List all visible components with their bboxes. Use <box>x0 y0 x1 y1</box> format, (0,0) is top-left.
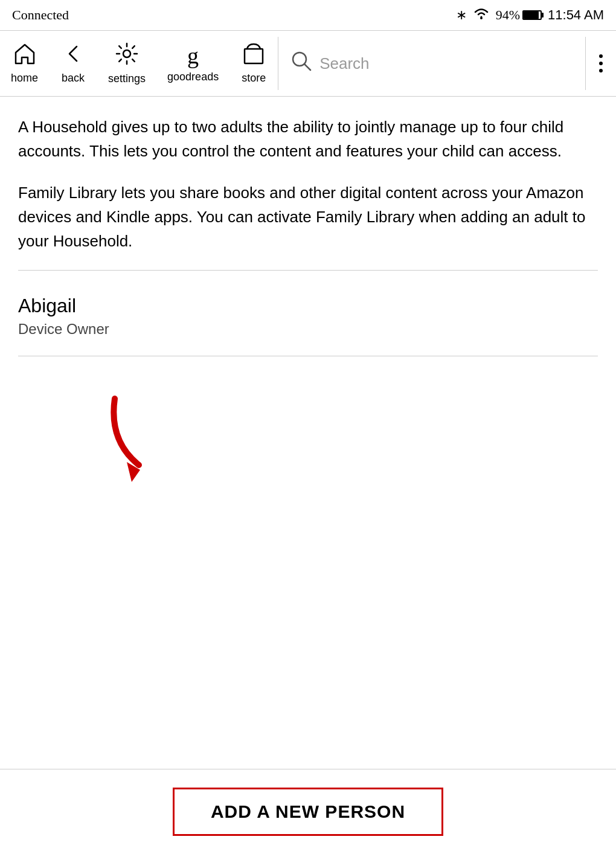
store-nav[interactable]: store <box>229 31 278 96</box>
home-nav[interactable]: home <box>0 31 49 96</box>
divider-1 <box>18 270 598 271</box>
back-label: back <box>62 72 85 85</box>
divider-2 <box>18 356 598 356</box>
svg-line-4 <box>304 64 310 70</box>
wifi-icon <box>473 7 490 24</box>
connection-status: Connected <box>12 7 69 23</box>
search-section[interactable]: Search <box>278 31 585 96</box>
paragraph-2: Family Library lets you share books and … <box>18 181 598 254</box>
bluetooth-icon: ∗ <box>456 7 467 23</box>
search-icon <box>290 50 312 77</box>
more-menu-button[interactable] <box>586 31 616 96</box>
battery-percent: 94% <box>496 7 520 23</box>
back-nav[interactable]: back <box>49 31 97 96</box>
settings-label: settings <box>108 72 146 85</box>
goodreads-label: goodreads <box>167 71 219 83</box>
paragraph-1: A Household gives up to two adults the a… <box>18 115 598 164</box>
status-icons: ∗ 94% 11:54 AM <box>456 7 604 24</box>
svg-point-6 <box>599 62 603 65</box>
settings-icon <box>115 42 138 69</box>
svg-point-7 <box>599 69 603 72</box>
add-person-button[interactable]: ADD A NEW PERSON <box>0 769 616 854</box>
main-content: A Household gives up to two adults the a… <box>0 97 616 356</box>
arrow-icon <box>97 393 175 489</box>
settings-nav[interactable]: settings <box>97 31 156 96</box>
svg-point-0 <box>480 17 483 19</box>
arrow-annotation <box>0 393 616 489</box>
home-label: home <box>11 72 38 85</box>
goodreads-nav[interactable]: g goodreads <box>156 31 229 96</box>
goodreads-icon: g <box>187 44 199 67</box>
home-icon <box>13 43 36 68</box>
add-person-button-inner: ADD A NEW PERSON <box>173 788 443 836</box>
user-role: Device Owner <box>18 321 598 338</box>
user-section: Abigail Device Owner <box>18 283 598 350</box>
add-person-label: ADD A NEW PERSON <box>211 801 405 821</box>
store-label: store <box>242 72 266 85</box>
svg-rect-2 <box>245 49 263 63</box>
svg-point-1 <box>123 50 130 57</box>
search-placeholder: Search <box>319 54 369 73</box>
user-name: Abigail <box>18 295 598 317</box>
store-icon <box>242 43 265 68</box>
svg-point-5 <box>599 54 603 58</box>
time-display: 11:54 AM <box>548 7 604 23</box>
battery-indicator: 94% <box>496 7 542 23</box>
bottom-section: ADD A NEW PERSON <box>0 769 616 854</box>
status-bar: Connected ∗ 94% 11:54 AM <box>0 0 616 30</box>
back-icon <box>62 43 84 68</box>
nav-bar: home back settings g goodreads stor <box>0 30 616 97</box>
